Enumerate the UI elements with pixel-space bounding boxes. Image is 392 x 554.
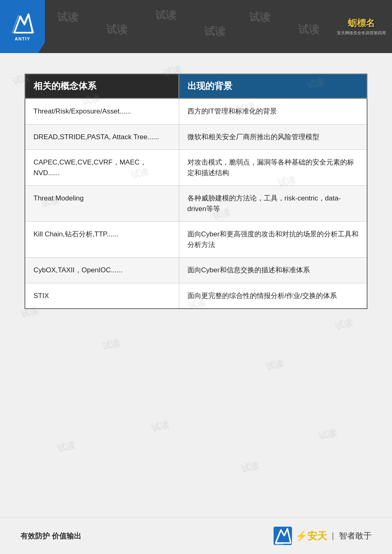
top-brand-name: 蛎標名 <box>348 17 375 29</box>
table-cell-left-5: CybOX,TAXII，OpenIOC...... <box>25 258 179 283</box>
footer-brand-icon: ⚡ <box>295 531 307 541</box>
header-watermark-5: 试读 <box>249 10 270 24</box>
table-row: DREAD,STRIDE,PASTA, Attack Tree......微软和… <box>25 124 367 150</box>
body-wm-15: 试读 <box>56 439 76 455</box>
col2-header: 出现的背景 <box>179 74 367 98</box>
footer-slogan: 智者敢于 <box>339 530 372 541</box>
col1-header: 相关的概念体系 <box>25 74 179 98</box>
footer-left-text: 有效防护 价值输出 <box>20 531 81 541</box>
table-cell-left-6: STIX <box>25 283 179 309</box>
header: ANTIY 试读 试读 试读 试读 试读 试读 试读 蛎標名 安天网络安全冬训营… <box>0 0 392 53</box>
table-cell-right-1: 微软和相关安全厂商所推出的风险管理模型 <box>179 124 367 150</box>
main-content: 相关的概念体系 出现的背景 Threat/Risk/Exposure/Asset… <box>0 53 392 325</box>
concept-table: 相关的概念体系 出现的背景 Threat/Risk/Exposure/Asset… <box>24 73 368 309</box>
table-cell-right-0: 西方的IT管理和标准化的背景 <box>179 98 367 124</box>
footer: 有效防护 价值输出 ANTIY ⚡安天 | 智者敢于 <box>0 517 392 554</box>
logo-box: ANTIY <box>0 0 45 53</box>
footer-brand: ⚡安天 <box>295 530 327 543</box>
header-watermark-2: 试读 <box>106 22 127 37</box>
table-cell-left-0: Threat/Risk/Exposure/Asset...... <box>25 98 179 124</box>
body-wm-11: 试读 <box>101 337 121 353</box>
table-cell-right-5: 面向Cyber和信息交换的描述和标准体系 <box>179 258 367 283</box>
logo-text: ANTIY <box>15 36 30 41</box>
body-wm-17: 试读 <box>240 459 260 476</box>
table-cell-left-1: DREAD,STRIDE,PASTA, Attack Tree...... <box>25 124 179 150</box>
footer-logo-icon: ANTIY <box>274 527 292 545</box>
table-cell-left-2: CAPEC,CWE,CVE,CVRF，MAEC，NVD...... <box>25 150 179 186</box>
table-cell-right-3: 各种威胁建模的方法论，工具，risk-centric，data-driven等等 <box>179 186 367 222</box>
table-row: Threat/Risk/Exposure/Asset......西方的IT管理和… <box>25 98 367 124</box>
table-cell-right-2: 对攻击模式，脆弱点，漏洞等各种基础的安全元素的标定和描述结构 <box>179 150 367 186</box>
table-row: STIX面向更完整的综合性的情报分析/作业/交换的体系 <box>25 283 367 309</box>
table-cell-left-4: Kill Chain,钻石分析,TTP...... <box>25 222 179 258</box>
table-cell-right-4: 面向Cyber和更高强度的攻击和对抗的场景的分析工具和分析方法 <box>179 222 367 258</box>
body-wm-18: 试读 <box>317 427 338 443</box>
logo-icon <box>10 12 35 35</box>
table-row: Threat Modeling各种威胁建模的方法论，工具，risk-centri… <box>25 186 367 222</box>
footer-divider: | <box>332 531 334 541</box>
body-wm-16: 试读 <box>150 418 170 435</box>
header-watermark-6: 试读 <box>298 22 319 37</box>
header-watermark-area: 试读 试读 试读 试读 试读 试读 试读 <box>45 0 337 53</box>
header-watermark-1: 试读 <box>57 10 78 24</box>
svg-text:ANTIY: ANTIY <box>275 542 284 545</box>
body-wm-13: 试读 <box>264 357 285 374</box>
table-cell-right-6: 面向更完整的综合性的情报分析/作业/交换的体系 <box>179 283 367 309</box>
top-brand-sub: 安天网络安全冬训营第四周 <box>337 30 386 36</box>
top-right-logo: 蛎標名 安天网络安全冬训营第四周 <box>337 8 386 45</box>
table-row: Kill Chain,钻石分析,TTP......面向Cyber和更高强度的攻击… <box>25 222 367 258</box>
table-row: CAPEC,CWE,CVE,CVRF，MAEC，NVD......对攻击模式，脆… <box>25 150 367 186</box>
table-row: CybOX,TAXII，OpenIOC......面向Cyber和信息交换的描述… <box>25 258 367 283</box>
table-cell-left-3: Threat Modeling <box>25 186 179 222</box>
header-watermark-3: 试读 <box>155 8 176 22</box>
header-watermark-4: 试读 <box>204 24 225 39</box>
footer-right: ANTIY ⚡安天 | 智者敢于 <box>274 527 372 545</box>
